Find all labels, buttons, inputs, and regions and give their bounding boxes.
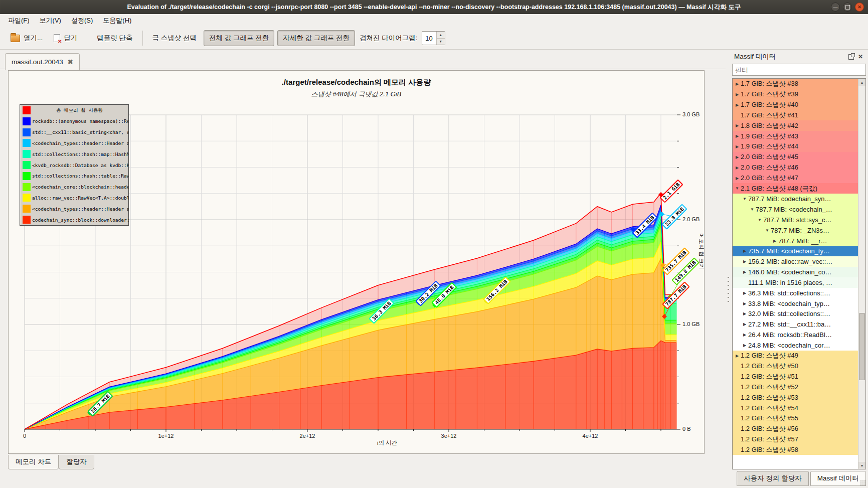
tree-row[interactable]: ▼787.7 MiB: _ZN3s… — [733, 225, 858, 236]
expand-arrow-icon[interactable]: ▶ — [741, 270, 748, 274]
tree-row[interactable]: 1.7 GiB: 스냅샷 #41 — [733, 110, 858, 121]
expand-arrow-icon[interactable]: ▶ — [741, 322, 748, 327]
tree-row[interactable]: ▶33.8 MiB: <codechain_typ… — [733, 298, 858, 309]
tree-row[interactable]: ▼2.1 GiB: 스냅샷 #48 (극값) — [733, 183, 858, 194]
tree-row[interactable]: 1.2 GiB: 스냅샷 #51 — [733, 372, 858, 382]
snapshot-tree: ▶1.7 GiB: 스냅샷 #38▶1.7 GiB: 스냅샷 #39▶1.7 G… — [733, 79, 858, 469]
tree-scrollbar[interactable]: ▲ ▼ — [858, 79, 865, 469]
expand-arrow-icon[interactable]: ▶ — [734, 134, 741, 138]
tree-row[interactable]: ▶1.7 GiB: 스냅샷 #40 — [733, 100, 858, 110]
tree-row[interactable]: ▶146.0 MiB: <codechain_co… — [733, 267, 858, 277]
tree-row[interactable]: ▶787.7 MiB: __r… — [733, 236, 858, 246]
dock-float-button[interactable] — [847, 53, 855, 61]
close-document-icon — [54, 34, 60, 42]
expand-arrow-icon[interactable]: ▶ — [741, 291, 748, 295]
expand-arrow-icon[interactable]: ▶ — [734, 166, 741, 170]
tree-row[interactable]: ▼787.7 MiB: <codechain_… — [733, 204, 858, 215]
legend-label: std::__cxx11::basic_string<char, std:... — [31, 129, 128, 135]
tree-row[interactable]: 1.2 GiB: 스냅샷 #52 — [733, 382, 858, 392]
toggle-detailed-graph-button[interactable]: 자세한 값 그래프 전환 — [277, 30, 355, 46]
resize-grip[interactable] — [860, 480, 866, 486]
expand-arrow-icon[interactable]: ▶ — [734, 144, 741, 149]
document-tab[interactable]: massif.out.20043 ✖ — [5, 53, 80, 70]
expand-arrow-icon[interactable]: ▶ — [734, 155, 741, 159]
dock-close-button[interactable]: ✕ — [856, 53, 864, 61]
filter-input[interactable] — [732, 64, 866, 76]
toggle-total-graph-button[interactable]: 전체 값 그래프 전환 — [204, 30, 274, 46]
scroll-down-icon[interactable]: ▼ — [858, 462, 865, 469]
tree-row[interactable]: 111.1 MiB: in 1516 places, … — [733, 277, 858, 288]
tree-row[interactable]: ▶1.9 GiB: 스냅샷 #44 — [733, 141, 858, 152]
tree-row[interactable]: ▶36.3 MiB: std::collections::… — [733, 288, 858, 298]
tree-row[interactable]: ▶27.2 MiB: std::__cxx11::ba… — [733, 319, 858, 330]
tab-custom-allocators[interactable]: 사용자 정의 할당자 — [737, 471, 809, 486]
spin-up-button[interactable]: ▲ — [437, 32, 445, 39]
tree-row[interactable]: ▶2.0 GiB: 스냅샷 #46 — [733, 162, 858, 173]
tree-row[interactable]: ▶1.9 GiB: 스냅샷 #43 — [733, 131, 858, 141]
scrollbar-thumb[interactable] — [859, 313, 865, 380]
tree-row[interactable]: ▶26.4 MiB: rocksdb::ReadBl… — [733, 330, 858, 340]
menu-item[interactable]: 보기(V) — [35, 15, 66, 27]
tab-allocators[interactable]: 할당자 — [59, 455, 94, 469]
app-window: Evaluation of ./target/release/codechain… — [0, 0, 868, 488]
minimize-button[interactable]: — — [831, 3, 840, 12]
tree-row[interactable]: 1.2 GiB: 스냅샷 #54 — [733, 403, 858, 413]
collapse-arrow-icon[interactable]: ▼ — [749, 207, 756, 212]
expand-arrow-icon[interactable]: ▶ — [741, 333, 748, 337]
close-button[interactable]: ✕ — [855, 3, 864, 12]
expand-arrow-icon[interactable]: ▶ — [741, 311, 748, 316]
expand-arrow-icon[interactable]: ▶ — [734, 92, 741, 97]
expand-arrow-icon[interactable]: ▶ — [741, 249, 748, 253]
tree-row[interactable]: ▶1.7 GiB: 스냅샷 #39 — [733, 89, 858, 100]
expand-arrow-icon[interactable]: ▶ — [734, 103, 741, 107]
expand-arrow-icon[interactable]: ▶ — [741, 343, 748, 348]
tree-row-label: 1.2 GiB: 스냅샷 #50 — [741, 362, 798, 371]
tab-massif-data[interactable]: Massif 데이터 — [810, 471, 866, 486]
tree-row[interactable]: 1.2 GiB: 스냅샷 #57 — [733, 434, 858, 445]
menu-item[interactable]: 도움말(H) — [98, 15, 136, 27]
splitter-handle[interactable] — [726, 50, 731, 488]
stacked-diagrams-spinbox[interactable]: 10 ▲ ▼ — [422, 31, 445, 45]
tab-close-icon[interactable]: ✖ — [68, 58, 73, 66]
tree-row[interactable]: ▶2.0 GiB: 스냅샷 #47 — [733, 173, 858, 184]
tree-row[interactable]: ▶735.7 MiB: <codechain_ty… — [733, 246, 858, 257]
open-button[interactable]: 열기... — [5, 30, 48, 46]
tree-row[interactable]: ▶1.8 GiB: 스냅샷 #42 — [733, 120, 858, 131]
tree-row[interactable]: ▶1.7 GiB: 스냅샷 #38 — [733, 79, 858, 89]
tree-row[interactable]: ▶156.2 MiB: alloc::raw_vec::… — [733, 256, 858, 267]
tree-row[interactable]: ▶2.0 GiB: 스냅샷 #45 — [733, 152, 858, 162]
template-shorten-button[interactable]: 템플릿 단축 — [91, 30, 138, 46]
tree-row[interactable]: ▼787.7 MiB: std::sys_c… — [733, 215, 858, 225]
collapse-arrow-icon[interactable]: ▼ — [764, 228, 771, 233]
tree-row[interactable]: 1.2 GiB: 스냅샷 #55 — [733, 413, 858, 424]
tab-memory-chart[interactable]: 메모리 차트 — [8, 455, 59, 469]
select-peak-snapshot-button[interactable]: 극 스냅샷 선택 — [147, 30, 203, 46]
expand-arrow-icon[interactable]: ▶ — [741, 301, 748, 306]
tree-row-label: 1.2 GiB: 스냅샷 #49 — [741, 351, 798, 360]
expand-arrow-icon[interactable]: ▶ — [734, 354, 741, 358]
tree-row[interactable]: 1.2 GiB: 스냅샷 #58 — [733, 445, 858, 455]
stacked-diagrams-value[interactable]: 10 — [422, 32, 436, 45]
collapse-arrow-icon[interactable]: ▼ — [756, 218, 763, 222]
maximize-button[interactable] — [843, 3, 852, 12]
expand-arrow-icon[interactable]: ▶ — [734, 82, 741, 86]
tree-row[interactable]: ▶32.0 MiB: std::collections::… — [733, 309, 858, 319]
close-file-button[interactable]: 닫기 — [48, 30, 83, 46]
scroll-up-icon[interactable]: ▲ — [858, 79, 865, 86]
legend-item: codechain_sync::block::downloader::he... — [20, 214, 128, 225]
tree-row[interactable]: ▶24.8 MiB: <codechain_cor… — [733, 340, 858, 351]
collapse-arrow-icon[interactable]: ▼ — [734, 186, 741, 191]
tree-row[interactable]: 1.2 GiB: 스냅샷 #50 — [733, 361, 858, 372]
collapse-arrow-icon[interactable]: ▼ — [741, 197, 748, 201]
tree-row[interactable]: ▶1.2 GiB: 스냅샷 #49 — [733, 351, 858, 361]
expand-arrow-icon[interactable]: ▶ — [771, 239, 778, 243]
expand-arrow-icon[interactable]: ▶ — [734, 123, 741, 128]
menu-item[interactable]: 파일(F) — [3, 15, 35, 27]
tree-row[interactable]: 1.2 GiB: 스냅샷 #53 — [733, 392, 858, 403]
expand-arrow-icon[interactable]: ▶ — [741, 259, 748, 264]
menu-item[interactable]: 설정(S) — [66, 15, 98, 27]
tree-row[interactable]: 1.2 GiB: 스냅샷 #56 — [733, 424, 858, 434]
expand-arrow-icon[interactable]: ▶ — [734, 176, 741, 181]
tree-row[interactable]: ▼787.7 MiB: codechain_syn… — [733, 194, 858, 204]
spin-down-button[interactable]: ▼ — [437, 39, 445, 45]
